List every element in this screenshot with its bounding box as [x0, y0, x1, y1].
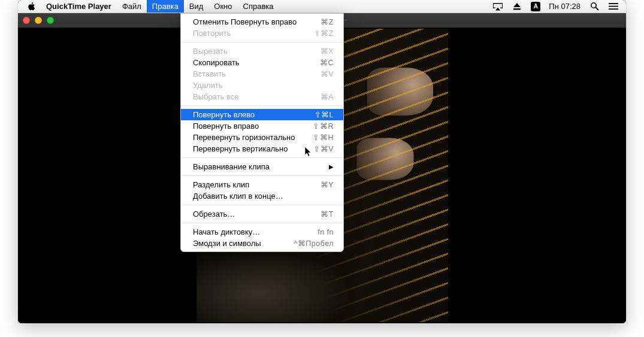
- menu-item[interactable]: Разделить клип⌘Y: [181, 179, 343, 190]
- menu-item-shortcut: ⌘V: [321, 69, 334, 78]
- menu-item: Вырезать⌘X: [181, 45, 343, 57]
- menu-separator: [182, 223, 343, 223]
- menu-item-label: Начать диктовку…: [193, 227, 260, 236]
- video-content-figure: [356, 138, 413, 180]
- mouse-cursor-icon: [305, 147, 313, 157]
- menu-item[interactable]: Обрезать…⌘T: [181, 208, 343, 220]
- menu-item-label: Отменить Повернуть вправо: [193, 17, 297, 26]
- menu-item-label: Вырезать: [193, 47, 228, 56]
- menu-item[interactable]: Добавить клип в конце…: [181, 190, 343, 202]
- menu-item[interactable]: Отменить Повернуть вправо⌘Z: [181, 16, 343, 28]
- menu-item-shortcut: ⌘X: [321, 47, 334, 56]
- traffic-lights: [23, 17, 54, 24]
- menu-окно[interactable]: Окно: [208, 0, 237, 13]
- minimize-button[interactable]: [35, 17, 42, 24]
- menu-item-label: Повторить: [193, 29, 231, 38]
- menu-файл[interactable]: Файл: [117, 0, 147, 13]
- menu-item-label: Скопировать: [193, 58, 240, 67]
- menubar-right: А Пн 07:28: [492, 0, 626, 13]
- svg-rect-0: [513, 8, 521, 10]
- submenu-arrow-icon: ▶: [329, 163, 334, 170]
- menu-separator: [182, 157, 343, 158]
- video-content-crowd: [196, 250, 352, 322]
- svg-rect-3: [609, 3, 618, 4]
- menu-item-shortcut: fn fn: [318, 228, 334, 236]
- menubar-left: QuickTime Player ФайлПравкаВидОкноСправк…: [18, 0, 279, 13]
- menu-item: Выбрать все⌘A: [181, 91, 343, 102]
- menu-item-label: Повернуть влево: [193, 110, 255, 119]
- menu-item-label: Повернуть вправо: [193, 122, 259, 130]
- system-menubar: QuickTime Player ФайлПравкаВидОкноСправк…: [18, 0, 626, 13]
- menu-item-label: Разделить клип: [193, 180, 249, 189]
- menu-item-shortcut: ⌘C: [320, 58, 334, 67]
- app-window: QuickTime Player ФайлПравкаВидОкноСправк…: [18, 0, 626, 323]
- menu-item[interactable]: Повернуть вправо⇧⌘R: [181, 120, 343, 132]
- menu-item-label: Выравнивание клипа: [193, 162, 270, 171]
- svg-rect-4: [609, 6, 618, 7]
- chevron-down-icon[interactable]: ﹀: [343, 17, 348, 24]
- video-content-figure: [367, 68, 433, 116]
- menu-item[interactable]: Перевернуть горизонтально⇧⌘H: [181, 132, 343, 143]
- menu-item-label: Эмодзи и символы: [193, 239, 261, 248]
- menu-item-label: Выбрать все: [193, 92, 238, 101]
- zoom-button[interactable]: [47, 17, 54, 24]
- edit-menu-dropdown: Отменить Повернуть вправо⌘ZПовторить⇧⌘ZВ…: [180, 13, 344, 252]
- menu-item-shortcut: ⌘A: [321, 92, 334, 101]
- menu-item-label: Перевернуть вертикально: [193, 144, 288, 153]
- menu-separator: [182, 175, 343, 176]
- spotlight-icon[interactable]: [589, 1, 600, 12]
- menu-вид[interactable]: Вид: [184, 0, 209, 13]
- menu-separator: [182, 105, 343, 106]
- menu-item: Повторить⇧⌘Z: [181, 28, 343, 39]
- menu-item: Удалить: [181, 80, 343, 91]
- apple-menu-icon[interactable]: [26, 2, 36, 11]
- airplay-icon[interactable]: [492, 1, 503, 12]
- menu-item: Вставить⌘V: [181, 68, 343, 80]
- menu-item-shortcut: ⌘Z: [321, 17, 334, 26]
- app-name[interactable]: QuickTime Player: [41, 0, 117, 13]
- menu-item[interactable]: Перевернуть вертикально⇧⌘V: [181, 143, 343, 154]
- menu-item[interactable]: Повернуть влево⇧⌘L: [181, 109, 343, 120]
- menu-item-label: Удалить: [193, 81, 223, 90]
- close-button[interactable]: [23, 17, 30, 24]
- eject-icon[interactable]: [512, 1, 522, 12]
- menu-item-label: Добавить клип в конце…: [193, 192, 283, 201]
- menu-item-label: Перевернуть горизонтально: [193, 133, 295, 142]
- input-source-indicator[interactable]: А: [531, 2, 540, 11]
- svg-rect-5: [609, 8, 618, 10]
- notification-center-icon[interactable]: [608, 1, 619, 12]
- menu-item[interactable]: Эмодзи и символы^⌘Пробел: [181, 238, 343, 249]
- menu-item-shortcut: ⇧⌘V: [313, 144, 334, 153]
- menu-item[interactable]: Начать диктовку…fn fn: [181, 226, 343, 238]
- menu-item-shortcut: ⇧⌘R: [313, 122, 334, 130]
- menu-item-shortcut: ^⌘Пробел: [294, 239, 334, 248]
- menu-item[interactable]: Скопировать⌘C: [181, 57, 343, 68]
- menu-item-label: Вставить: [193, 69, 226, 78]
- menu-separator: [182, 42, 343, 42]
- menu-item-shortcut: ⇧⌘L: [315, 110, 334, 119]
- menu-item-shortcut: ⇧⌘H: [313, 133, 334, 142]
- menu-separator: [182, 205, 343, 205]
- menubar-menus: ФайлПравкаВидОкноСправка: [117, 0, 279, 13]
- menu-item-shortcut: ⌘T: [321, 210, 334, 218]
- menu-item-shortcut: ⌘Y: [321, 180, 334, 189]
- menu-item-label: Обрезать…: [193, 210, 235, 218]
- svg-line-2: [595, 7, 598, 10]
- menubar-clock[interactable]: Пн 07:28: [549, 2, 580, 11]
- menu-справка[interactable]: Справка: [238, 0, 279, 13]
- menu-правка[interactable]: Правка: [147, 0, 184, 13]
- menu-item[interactable]: Выравнивание клипа▶: [181, 161, 343, 172]
- menu-item-shortcut: ⇧⌘Z: [314, 29, 334, 38]
